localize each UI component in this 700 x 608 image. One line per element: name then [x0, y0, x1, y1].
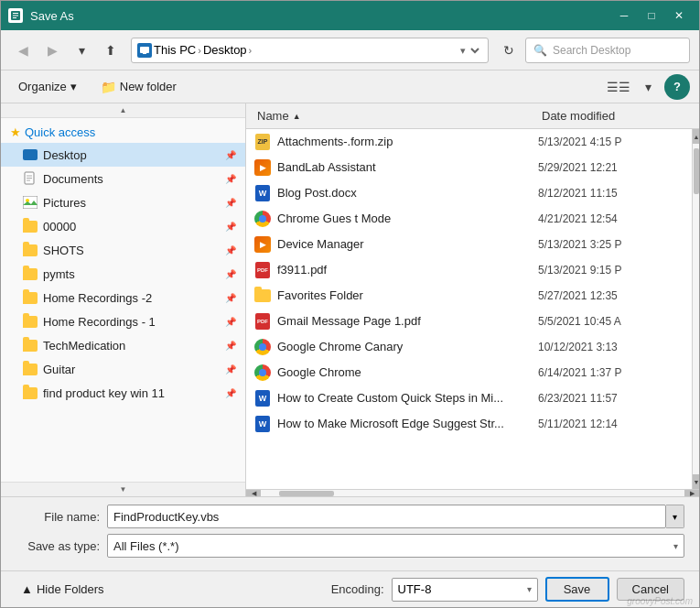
sidebar-item-00000[interactable]: 00000 📌	[1, 214, 245, 238]
view-dropdown-button[interactable]: ▾	[635, 74, 661, 100]
sidebar-item-home-recordings-2[interactable]: Home Recordings -2 📌	[1, 286, 245, 309]
view-icon: ☰☰	[607, 80, 630, 94]
breadcrumb-desktop: Desktop	[203, 43, 247, 57]
file-type-icon: ZIP	[253, 133, 272, 151]
scroll-down-button[interactable]: ▼	[693, 474, 699, 489]
new-folder-label: New folder	[120, 80, 177, 93]
home-rec2-folder-icon	[23, 290, 38, 305]
00000-folder-icon	[23, 219, 38, 233]
help-icon: ?	[673, 80, 681, 93]
horiz-scroll-right[interactable]: ▶	[684, 490, 699, 497]
file-type-icon	[253, 364, 272, 382]
view-dropdown-icon: ▾	[645, 80, 652, 94]
file-list-scroll[interactable]: ZIP Attachments-.form.zip 5/13/2021 4:15…	[246, 129, 692, 489]
file-item[interactable]: Google Chrome 6/14/2021 1:37 P	[246, 360, 692, 385]
organize-button[interactable]: Organize ▾	[10, 76, 85, 97]
sidebar-item-documents[interactable]: Documents 📌	[1, 167, 245, 190]
file-item[interactable]: ▶ BandLab Assistant 5/29/2021 12:21	[246, 155, 692, 180]
encoding-value: UTF-8	[398, 582, 432, 596]
file-item-date: 5/5/2021 10:45 A	[538, 315, 684, 328]
filename-label: File name:	[16, 510, 107, 524]
hide-folders-section[interactable]: ▲ Hide Folders	[16, 579, 110, 600]
file-item[interactable]: ZIP Attachments-.form.zip 5/13/2021 4:15…	[246, 129, 692, 155]
title-bar: Save As ─ □ ✕	[1, 1, 699, 30]
horiz-scroll-thumb[interactable]	[279, 491, 334, 496]
quick-access-icon: ★	[10, 125, 21, 139]
file-type-icon	[253, 338, 272, 356]
dialog-title: Save As	[30, 9, 611, 23]
up-button[interactable]: ⬆	[98, 38, 124, 63]
file-item-date: 5/13/2021 4:15 P	[538, 136, 684, 148]
sidebar-scroll[interactable]: ★ Quick access Desktop 📌 D	[1, 118, 245, 482]
sidebar-item-desktop[interactable]: Desktop 📌	[1, 143, 245, 167]
search-box[interactable]: 🔍 Search Desktop	[525, 38, 690, 63]
breadcrumb-sep1: ›	[198, 45, 201, 56]
savetype-dropdown-icon: ▾	[673, 541, 678, 551]
sidebar-item-pymts[interactable]: pymts 📌	[1, 262, 245, 286]
save-button[interactable]: Save	[545, 577, 609, 602]
dropdown-button[interactable]: ▾	[69, 38, 94, 63]
sidebar-item-shots[interactable]: SHOTS 📌	[1, 238, 245, 262]
breadcrumb-sep2: ›	[249, 45, 253, 56]
file-type-icon: PDF	[253, 261, 272, 279]
file-item-name: How to Create Custom Quick Steps in Mi..…	[277, 391, 538, 405]
new-folder-button[interactable]: 📁 New folder	[92, 76, 185, 98]
sidebar-scroll-down[interactable]: ▼	[1, 482, 245, 496]
sidebar-item-find-product-key[interactable]: find product key win 11 📌	[1, 381, 245, 405]
vertical-scrollbar[interactable]: ▲ ▼	[692, 129, 699, 489]
savetype-dropdown[interactable]: All Files (*.*) ▾	[107, 534, 684, 558]
file-item-name: Gmail Message Page 1.pdf	[277, 314, 538, 328]
horizontal-scrollbar[interactable]: ◀ ▶	[246, 489, 699, 496]
maximize-button[interactable]: □	[639, 3, 664, 28]
horiz-scroll-left[interactable]: ◀	[246, 490, 261, 497]
file-item-name: Chrome Gues t Mode	[277, 212, 538, 225]
sidebar-item-shots-label: SHOTS	[43, 244, 84, 257]
sidebar-item-techmedication[interactable]: TechMedication 📌	[1, 333, 245, 357]
breadcrumb: This PC › Desktop ›	[137, 43, 451, 58]
col-date-label: Date modified	[542, 109, 615, 123]
file-item-date: 5/29/2021 12:21	[538, 161, 684, 174]
sidebar-item-home-recordings-1[interactable]: Home Recordings - 1 📌	[1, 309, 245, 333]
svg-rect-1	[13, 13, 18, 14]
encoding-dropdown[interactable]: UTF-8 ▾	[392, 578, 538, 602]
sidebar-item-pictures[interactable]: Pictures 📌	[1, 190, 245, 214]
file-item[interactable]: Google Chrome Canary 10/12/2021 3:13	[246, 334, 692, 360]
minimize-button[interactable]: ─	[611, 3, 637, 28]
file-item[interactable]: ▶ Device Manager 5/13/2021 3:25 P	[246, 232, 692, 257]
view-toggle-button[interactable]: ☰☰	[606, 74, 631, 100]
filename-input[interactable]	[107, 505, 666, 528]
file-item[interactable]: Favorites Folder 5/27/2021 12:35	[246, 283, 692, 309]
close-button[interactable]: ✕	[666, 3, 692, 28]
encoding-label: Encoding:	[331, 582, 384, 596]
shots-pin-icon: 📌	[225, 245, 236, 255]
sidebar-scroll-up[interactable]: ▲	[1, 103, 245, 118]
svg-rect-4	[140, 47, 149, 53]
filename-row: File name: ▾	[16, 505, 684, 528]
file-item[interactable]: PDF Gmail Message Page 1.pdf 5/5/2021 10…	[246, 309, 692, 334]
file-item[interactable]: W Blog Post.docx 8/12/2021 11:15	[246, 180, 692, 206]
file-item[interactable]: W How to Create Custom Quick Steps in Mi…	[246, 385, 692, 411]
desktop-folder-icon	[23, 147, 38, 162]
file-item[interactable]: W How to Make Microsoft Edge Suggest Str…	[246, 411, 692, 437]
filename-dropdown-button[interactable]: ▾	[666, 505, 684, 528]
col-date-header[interactable]: Date modified	[538, 109, 684, 123]
breadcrumb-desktop-label: Desktop	[203, 43, 247, 57]
quick-access-header[interactable]: ★ Quick access	[1, 122, 245, 143]
file-item[interactable]: PDF f3911.pdf 5/13/2021 9:15 P	[246, 257, 692, 283]
file-item-date: 5/13/2021 3:25 P	[538, 238, 684, 251]
sidebar-item-guitar[interactable]: Guitar 📌	[1, 357, 245, 381]
file-type-icon	[253, 210, 272, 228]
scroll-thumb[interactable]	[694, 148, 699, 194]
content-area: ▲ ★ Quick access Desktop 📌	[1, 103, 699, 496]
help-button[interactable]: ?	[664, 74, 690, 100]
refresh-button[interactable]: ↻	[496, 38, 522, 63]
forward-button[interactable]: ▶	[39, 38, 65, 63]
back-button[interactable]: ◀	[10, 38, 36, 63]
pymts-pin-icon: 📌	[225, 269, 236, 279]
address-bar[interactable]: This PC › Desktop › ▾	[131, 38, 489, 63]
file-item[interactable]: Chrome Gues t Mode 4/21/2021 12:54	[246, 206, 692, 232]
col-name-header[interactable]: Name ▲	[253, 109, 538, 123]
scroll-up-button[interactable]: ▲	[693, 129, 699, 144]
guitar-pin-icon: 📌	[225, 364, 236, 375]
address-dropdown[interactable]: ▾	[455, 44, 482, 57]
